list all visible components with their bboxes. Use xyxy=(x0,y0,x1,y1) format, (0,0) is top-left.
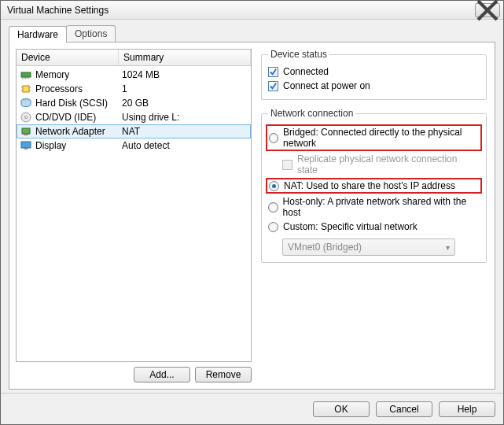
radio-dot-icon xyxy=(272,184,276,188)
bridged-radio[interactable] xyxy=(269,133,278,143)
svg-rect-14 xyxy=(22,128,30,134)
device-row[interactable]: DisplayAuto detect xyxy=(17,139,251,153)
custom-label: Custom: Specific virtual network xyxy=(283,221,418,232)
custom-row[interactable]: Custom: Specific virtual network xyxy=(268,220,480,234)
check-icon xyxy=(269,68,278,76)
replicate-label: Replicate physical network connection st… xyxy=(297,153,480,176)
window-title: Virtual Machine Settings xyxy=(7,5,475,16)
device-name: Processors xyxy=(35,83,122,94)
device-row[interactable]: Network AdapterNAT xyxy=(17,124,251,139)
connected-row[interactable]: Connected xyxy=(268,65,480,79)
svg-rect-6 xyxy=(23,86,29,92)
device-status-legend: Device status xyxy=(268,49,329,60)
svg-rect-15 xyxy=(24,134,28,135)
cancel-button[interactable]: Cancel xyxy=(376,401,432,417)
svg-rect-17 xyxy=(24,148,28,150)
device-name: Network Adapter xyxy=(35,126,122,137)
hostonly-label: Host-only: A private network shared with… xyxy=(283,196,480,218)
help-button[interactable]: Help xyxy=(439,401,495,417)
svg-rect-16 xyxy=(21,142,31,148)
nat-radio[interactable] xyxy=(269,181,279,191)
device-summary: Auto detect xyxy=(122,140,248,151)
device-list: Device Summary Memory1024 MBProcessors1H… xyxy=(16,49,252,362)
device-summary: 20 GB xyxy=(122,98,248,109)
close-icon xyxy=(476,0,499,22)
bridged-row[interactable]: Bridged: Connected directly to the physi… xyxy=(266,124,482,151)
device-summary: 1024 MB xyxy=(122,69,248,80)
chevron-down-icon: ▾ xyxy=(446,243,450,252)
dialog-body: Hardware Options Device Summary Memory10… xyxy=(1,20,503,393)
connected-label: Connected xyxy=(283,66,329,77)
tab-content: Device Summary Memory1024 MBProcessors1H… xyxy=(9,42,495,390)
svg-point-13 xyxy=(25,116,28,119)
device-rows: Memory1024 MBProcessors1Hard Disk (SCSI)… xyxy=(17,66,251,154)
dialog-footer: OK Cancel Help xyxy=(1,393,503,424)
add-device-button[interactable]: Add... xyxy=(134,367,190,382)
device-name: Display xyxy=(35,140,122,151)
disk-icon xyxy=(20,97,32,109)
cpu-icon xyxy=(20,83,32,95)
network-connection-group: Network connection Bridged: Connected di… xyxy=(261,108,487,263)
tabstrip: Hardware Options xyxy=(9,24,495,42)
hostonly-row[interactable]: Host-only: A private network shared with… xyxy=(268,194,480,220)
device-status-group: Device status Connected Connect at power… xyxy=(261,49,487,100)
device-summary: 1 xyxy=(122,83,248,94)
replicate-checkbox xyxy=(282,160,292,170)
device-name: Memory xyxy=(35,69,122,80)
device-list-header: Device Summary xyxy=(17,50,251,66)
left-column: Device Summary Memory1024 MBProcessors1H… xyxy=(16,49,252,382)
settings-window: Virtual Machine Settings Hardware Option… xyxy=(0,0,504,425)
titlebar: Virtual Machine Settings xyxy=(1,1,503,20)
bridged-label: Bridged: Connected directly to the physi… xyxy=(283,127,479,149)
right-column: Device status Connected Connect at power… xyxy=(259,49,488,382)
display-icon xyxy=(20,139,32,152)
col-header-device[interactable]: Device xyxy=(17,50,119,65)
connected-checkbox[interactable] xyxy=(268,67,278,77)
connect-poweron-checkbox[interactable] xyxy=(268,81,278,91)
connect-poweron-label: Connect at power on xyxy=(283,80,370,91)
svg-rect-5 xyxy=(28,77,29,79)
tab-hardware[interactable]: Hardware xyxy=(9,26,67,42)
custom-radio[interactable] xyxy=(268,222,278,232)
tab-options[interactable]: Options xyxy=(66,25,116,42)
svg-rect-1 xyxy=(22,77,23,79)
custom-network-combo: VMnet0 (Bridged) ▾ xyxy=(282,238,455,256)
col-header-summary[interactable]: Summary xyxy=(119,50,251,65)
custom-network-value: VMnet0 (Bridged) xyxy=(288,242,362,253)
svg-rect-0 xyxy=(21,72,31,77)
connect-poweron-row[interactable]: Connect at power on xyxy=(268,79,480,93)
device-row[interactable]: Memory1024 MB xyxy=(17,68,251,82)
device-row[interactable]: Hard Disk (SCSI)20 GB xyxy=(17,96,251,110)
device-row[interactable]: Processors1 xyxy=(17,82,251,96)
nat-label: NAT: Used to share the host's IP address xyxy=(284,180,455,191)
device-buttons: Add... Remove xyxy=(16,362,252,382)
network-icon xyxy=(20,125,32,138)
close-button[interactable] xyxy=(475,3,500,17)
device-summary: Using drive L: xyxy=(122,112,248,123)
check-icon xyxy=(269,82,278,91)
svg-rect-4 xyxy=(27,77,28,79)
svg-rect-2 xyxy=(24,77,24,79)
cd-icon xyxy=(20,111,32,124)
remove-device-button[interactable]: Remove xyxy=(195,367,252,382)
device-name: Hard Disk (SCSI) xyxy=(35,98,122,109)
ok-button[interactable]: OK xyxy=(313,401,370,417)
device-summary: NAT xyxy=(122,126,248,137)
memory-icon xyxy=(20,68,32,81)
hostonly-radio[interactable] xyxy=(268,202,278,213)
svg-rect-3 xyxy=(25,77,26,79)
network-connection-legend: Network connection xyxy=(268,108,355,119)
replicate-row: Replicate physical network connection st… xyxy=(282,152,480,177)
device-row[interactable]: CD/DVD (IDE)Using drive L: xyxy=(17,110,251,124)
nat-row[interactable]: NAT: Used to share the host's IP address xyxy=(266,178,482,194)
device-name: CD/DVD (IDE) xyxy=(35,112,122,123)
